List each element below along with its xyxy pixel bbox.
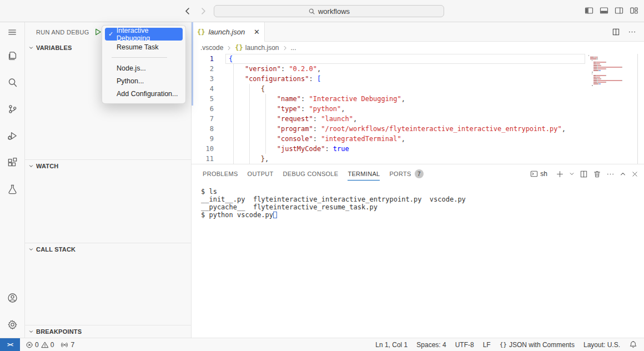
panel-tab-terminal[interactable]: TERMINAL bbox=[348, 164, 380, 183]
layout-panel-icon[interactable] bbox=[600, 6, 608, 15]
code-text: "name": "Interactive Debugging", bbox=[229, 94, 405, 104]
error-circle-icon bbox=[26, 341, 33, 349]
line-number[interactable]: 9 bbox=[192, 134, 229, 144]
chevron-up-icon[interactable] bbox=[620, 171, 626, 177]
status-item-spaces-4[interactable]: Spaces: 4 bbox=[416, 341, 446, 349]
activity-bar-item-testing[interactable] bbox=[0, 176, 24, 202]
activity-bar bbox=[0, 22, 25, 338]
section-header-breakpoints[interactable]: BREAKPOINTS bbox=[25, 325, 191, 338]
line-number[interactable]: 10 bbox=[192, 144, 229, 154]
trash-icon[interactable] bbox=[593, 170, 601, 178]
more-icon[interactable] bbox=[606, 170, 615, 178]
chevron-down-icon[interactable] bbox=[569, 171, 575, 177]
menu-item-add-configuration[interactable]: ✓Add Configuration... bbox=[105, 87, 183, 100]
terminal[interactable]: $ ls__init__.py flyteinteractive_interac… bbox=[192, 183, 644, 333]
code-line-1: 1{ bbox=[192, 54, 644, 64]
panel-actions: sh bbox=[530, 170, 638, 178]
line-number[interactable]: 3 bbox=[192, 74, 229, 84]
split-editor-icon[interactable] bbox=[612, 28, 620, 36]
tab-launch-json[interactable]: {} launch.json ✕ bbox=[192, 22, 265, 42]
section-body bbox=[25, 172, 191, 243]
forward-arrow-icon bbox=[199, 7, 208, 16]
breadcrumb-item-.vscode[interactable]: .vscode bbox=[200, 44, 223, 52]
braces-icon: {} bbox=[500, 341, 507, 348]
panel-tab-label: DEBUG CONSOLE bbox=[283, 171, 339, 177]
broadcast-icon bbox=[61, 341, 68, 349]
code-text: "version": "0.2.0", bbox=[229, 64, 321, 74]
close-icon[interactable] bbox=[631, 171, 638, 178]
menu-item-interactive-debugging[interactable]: ✓Interactive Debugging bbox=[105, 28, 183, 41]
status-item-utf-8[interactable]: UTF-8 bbox=[455, 341, 474, 349]
gear-icon bbox=[7, 319, 18, 330]
panel-tab-output[interactable]: OUTPUT bbox=[248, 164, 274, 183]
line-number[interactable]: 1 bbox=[192, 54, 229, 64]
layout-sidebar-right-icon[interactable] bbox=[615, 6, 623, 15]
editor-code[interactable]: 1{2 "version": "0.2.0",3 "configurations… bbox=[192, 54, 644, 164]
status-item-bell[interactable] bbox=[629, 340, 637, 349]
activity-bar-item-explorer[interactable] bbox=[0, 42, 24, 69]
panel-tab-label: OUTPUT bbox=[248, 171, 274, 177]
line-number[interactable]: 11 bbox=[192, 154, 229, 164]
tab-label: launch.json bbox=[208, 28, 245, 36]
remote-indicator[interactable]: >< bbox=[0, 338, 20, 351]
forwarded-ports-status[interactable]: 7 bbox=[61, 341, 74, 349]
line-number[interactable]: 4 bbox=[192, 84, 229, 94]
line-number[interactable]: 8 bbox=[192, 124, 229, 134]
chevron-down-small-icon bbox=[28, 163, 34, 169]
status-item-ln-1-col-1[interactable]: Ln 1, Col 1 bbox=[375, 341, 407, 349]
editor-tab-bar: {} launch.json ✕ bbox=[192, 22, 644, 42]
activity-bar-item-source-control[interactable] bbox=[0, 96, 24, 122]
sidebar-editor-sash[interactable] bbox=[192, 22, 193, 106]
debug-configuration-menu: ✓Interactive Debugging✓Resume Task✓Node.… bbox=[102, 25, 186, 104]
activity-bar-item-settings[interactable] bbox=[0, 311, 24, 338]
status-item-layout-u-s-[interactable]: Layout: U.S. bbox=[583, 341, 620, 349]
bottom-panel: PROBLEMSOUTPUTDEBUG CONSOLETERMINALPORTS… bbox=[192, 164, 644, 338]
terminal-line: $ python vscode.py bbox=[201, 211, 644, 219]
activity-bar-item-run-and-debug[interactable] bbox=[0, 122, 24, 149]
line-number[interactable]: 5 bbox=[192, 94, 229, 104]
problems-status[interactable]: 00 bbox=[26, 341, 54, 349]
menu-item-node-js[interactable]: ✓Node.js... bbox=[105, 62, 183, 74]
vscode-window: workflows RUN AND DEBUG VARIABLESWATCHCA… bbox=[0, 0, 644, 351]
warning-count: 0 bbox=[51, 341, 54, 349]
code-text: { bbox=[229, 54, 233, 64]
activity-bar-item-extensions[interactable] bbox=[0, 149, 24, 176]
activity-bar-item-menu[interactable] bbox=[0, 22, 24, 42]
source-control-icon bbox=[7, 104, 18, 114]
terminal-line: $ ls bbox=[201, 188, 644, 195]
menu-item-python[interactable]: ✓Python... bbox=[105, 74, 183, 87]
panel-tab-problems[interactable]: PROBLEMS bbox=[203, 164, 238, 183]
split-panel-icon[interactable] bbox=[580, 170, 588, 178]
minimap[interactable] bbox=[588, 55, 637, 89]
terminal-instance-chip[interactable]: sh bbox=[530, 170, 547, 178]
line-number[interactable]: 2 bbox=[192, 64, 229, 74]
terminal-line: __init__.py flyteinteractive_interactive… bbox=[201, 195, 644, 203]
line-number[interactable]: 7 bbox=[192, 114, 229, 124]
close-tab-icon[interactable]: ✕ bbox=[254, 28, 260, 36]
add-icon[interactable] bbox=[556, 170, 564, 178]
line-number[interactable]: 6 bbox=[192, 104, 229, 114]
panel-tab-debug-console[interactable]: DEBUG CONSOLE bbox=[283, 164, 339, 183]
debug-start-icon[interactable] bbox=[94, 28, 102, 36]
section-label: WATCH bbox=[36, 163, 59, 169]
panel-tab-ports[interactable]: PORTS7 bbox=[389, 164, 423, 183]
menu-item-resume-task[interactable]: ✓Resume Task bbox=[105, 41, 183, 53]
status-item-json-with-comments[interactable]: {}JSON with Comments bbox=[500, 341, 575, 349]
breadcrumb-item-launch.json[interactable]: {}launch.json bbox=[235, 44, 279, 52]
layout-sidebar-left-icon[interactable] bbox=[585, 6, 593, 15]
more-icon[interactable] bbox=[628, 28, 636, 36]
activity-bar-item-accounts[interactable] bbox=[0, 284, 24, 311]
customize-layout-icon[interactable] bbox=[630, 6, 638, 15]
breadcrumb: .vscode{}launch.json... bbox=[192, 42, 644, 54]
section-header-watch[interactable]: WATCH bbox=[25, 160, 191, 172]
breadcrumb-item-...[interactable]: ... bbox=[291, 44, 296, 52]
section-header-call-stack[interactable]: CALL STACK bbox=[25, 243, 191, 255]
code-text: { bbox=[229, 84, 265, 94]
activity-bar-item-search[interactable] bbox=[0, 69, 24, 96]
code-lines: 1{2 "version": "0.2.0",3 "configurations… bbox=[192, 54, 644, 164]
warning-triangle-icon bbox=[41, 341, 49, 349]
status-item-lf[interactable]: LF bbox=[483, 341, 491, 349]
back-arrow-icon[interactable] bbox=[183, 7, 192, 16]
address-search-field[interactable]: workflows bbox=[214, 5, 444, 17]
editor-scrollbar[interactable] bbox=[637, 54, 638, 164]
